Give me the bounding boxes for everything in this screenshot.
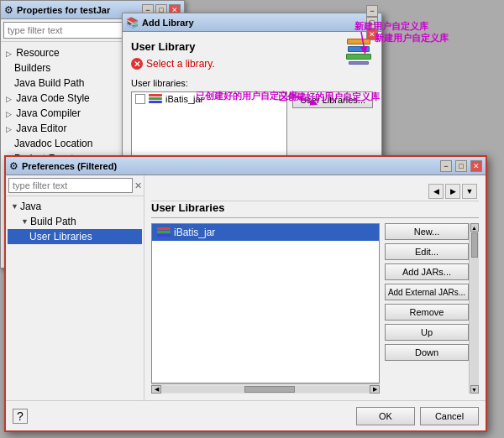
pref-maximize-btn[interactable]: □ [455, 160, 467, 172]
pref-filter-clear-icon[interactable]: ✕ [134, 180, 142, 191]
add-library-maximize-btn[interactable]: □ [366, 17, 378, 29]
pref-titlebar-buttons: − □ ✕ [440, 160, 482, 172]
arrow-icon-2: ▷ [6, 95, 12, 103]
hscrollbar-thumb[interactable] [244, 386, 295, 393]
preferences-win-icon: ⚙ [9, 160, 18, 172]
ul-icon [157, 227, 171, 237]
user-libs-list[interactable]: iBatis_jar [151, 223, 380, 383]
pref-tree-arrow-build: ▼ [21, 217, 29, 226]
libraries-row: iBatis_jar User Libraries... [131, 91, 373, 159]
cancel-btn[interactable]: Cancel [420, 407, 479, 425]
pref-toolbar-dropdown-btn[interactable]: ▼ [462, 184, 477, 199]
up-btn[interactable]: Up [385, 324, 469, 341]
vertical-scrollbar[interactable]: ▲ ▼ [469, 223, 479, 394]
pref-toolbar-forward-btn[interactable]: ▶ [445, 184, 460, 199]
book-stack-icon [347, 39, 371, 65]
pref-left-panel: ✕ ▼ Java ▼ Build Path User Libraries [6, 175, 144, 400]
new-btn[interactable]: New... [385, 223, 469, 240]
add-library-body: User Library ✕ Select a library. User li… [123, 32, 381, 167]
add-library-title: Add Library [142, 18, 366, 28]
dialog-buttons-right: User Libraries... [292, 91, 373, 108]
annotation-new-libs: 新建用户自定义库 [375, 32, 449, 44]
properties-win-icon: ⚙ [4, 4, 13, 16]
help-icon[interactable]: ? [13, 409, 28, 424]
pref-main-area: iBatis_jar ◀ ▶ New... [151, 223, 479, 394]
add-library-titlebar[interactable]: 📚 Add Library − □ ✕ [123, 13, 381, 32]
vscrollbar-up-btn[interactable]: ▲ [470, 223, 479, 232]
add-library-win-buttons: − □ ✕ [366, 5, 378, 40]
library-header: User Library [131, 40, 373, 53]
hscrollbar-track [161, 386, 370, 393]
error-msg: Select a library. [146, 58, 215, 70]
edit-btn[interactable]: Edit... [385, 243, 469, 260]
add-library-dialog-icon: 📚 [126, 17, 139, 29]
add-library-minimize-btn[interactable]: − [366, 5, 378, 17]
pref-toolbar-back-btn[interactable]: ◀ [428, 184, 444, 199]
pref-tree-arrow-java: ▼ [11, 202, 18, 211]
user-libs-container: iBatis_jar ◀ ▶ [151, 223, 380, 394]
pref-bottom-bar: ? OK Cancel [6, 400, 486, 430]
add-jars-btn[interactable]: Add JARs... [385, 263, 469, 280]
library-error: ✕ Select a library. [131, 58, 373, 70]
pref-tree-item-build-path[interactable]: ▼ Build Path [8, 214, 142, 229]
hscrollbar-right-btn[interactable]: ▶ [370, 385, 380, 394]
pref-toolbar: ◀ ▶ ▼ [151, 182, 479, 201]
vscrollbar-thumb[interactable] [471, 232, 478, 258]
lib-checkbox[interactable] [135, 94, 145, 104]
lib-name-ibatis: iBatis_jar [165, 94, 203, 104]
pref-tree-item-java[interactable]: ▼ Java [8, 199, 142, 214]
pref-tree: ▼ Java ▼ Build Path User Libraries [6, 196, 144, 247]
hscrollbar-left-btn[interactable]: ◀ [151, 385, 161, 394]
preferences-title: Preferences (Filtered) [22, 161, 440, 171]
down-btn[interactable]: Down [385, 344, 469, 361]
horizontal-scrollbar[interactable]: ◀ ▶ [151, 383, 380, 394]
user-lib-item-ibatis[interactable]: iBatis_jar [152, 224, 379, 241]
add-external-jars-btn[interactable]: Add External JARs... [385, 284, 469, 300]
pref-filter-input[interactable] [8, 178, 133, 193]
pref-filter-area: ✕ [6, 175, 144, 196]
preferences-content: ✕ ▼ Java ▼ Build Path User Libraries [6, 175, 486, 400]
user-libraries-btn[interactable]: User Libraries... [292, 91, 373, 108]
lib-color-icon [149, 94, 162, 104]
pref-right-panel: ◀ ▶ ▼ User Libraries [144, 175, 486, 400]
vscrollbar-down-btn[interactable]: ▼ [470, 385, 479, 394]
libraries-list[interactable]: iBatis_jar [131, 91, 287, 159]
preferences-titlebar[interactable]: ⚙ Preferences (Filtered) − □ ✕ [6, 157, 486, 175]
ul-name-ibatis: iBatis_jar [174, 227, 215, 238]
arrow-icon-3: ▷ [6, 110, 12, 118]
pref-action-buttons: New... Edit... Add JARs... Add External … [385, 223, 469, 394]
arrow-icon-4: ▷ [6, 125, 12, 133]
right-area: New... Edit... Add JARs... Add External … [385, 223, 479, 394]
pref-minimize-btn[interactable]: − [440, 160, 452, 172]
remove-btn[interactable]: Remove [385, 304, 469, 321]
preferences-window: ⚙ Preferences (Filtered) − □ ✕ ✕ ▼ Java … [4, 155, 487, 432]
arrow-icon: ▷ [6, 50, 12, 58]
libraries-label: User libraries: [131, 78, 373, 88]
ok-btn[interactable]: OK [356, 407, 415, 425]
vscrollbar-track [470, 232, 479, 385]
pref-close-btn[interactable]: ✕ [470, 160, 482, 172]
pref-section-title: User Libraries [151, 201, 479, 218]
error-icon: ✕ [131, 58, 143, 70]
pref-tree-item-user-libraries[interactable]: User Libraries [8, 229, 142, 244]
lib-list-item-ibatis[interactable]: iBatis_jar [132, 92, 286, 106]
